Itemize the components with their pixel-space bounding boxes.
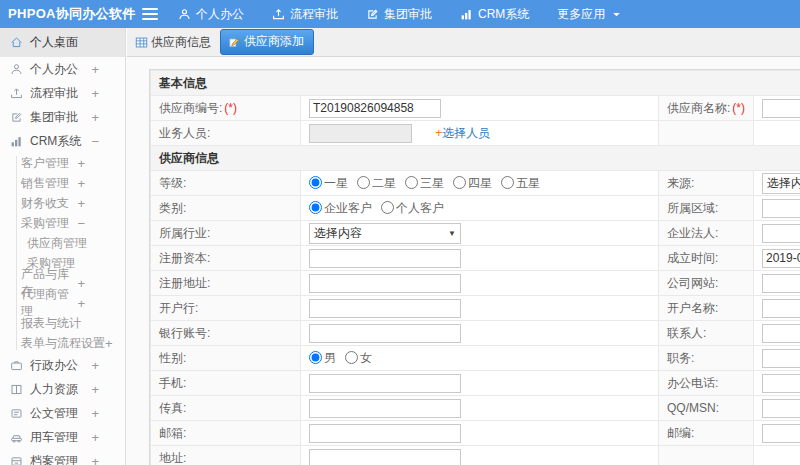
sidebar-item-vehicle-management[interactable]: 用车管理 + — [0, 425, 125, 449]
expand-toggle[interactable]: + — [77, 156, 85, 171]
sidebar-item-sales-management[interactable]: 销售管理 + — [0, 173, 125, 193]
tab-supplier-add[interactable]: 供应商添加 — [220, 29, 314, 55]
top-menu-more-apps[interactable]: 更多应用 — [557, 6, 623, 23]
registered-capital-input[interactable] — [309, 249, 461, 268]
category-radio — [381, 201, 394, 214]
hamburger-menu-icon[interactable] — [142, 5, 158, 23]
top-menu-crm-system[interactable]: CRM系统 — [460, 6, 529, 23]
email-label: 邮箱: — [151, 421, 301, 446]
sidebar-item-label: 流程审批 — [30, 85, 78, 102]
account-name-input[interactable] — [762, 299, 800, 318]
source-label: 来源: — [659, 171, 754, 196]
bank-account-label: 银行账号: — [151, 321, 301, 346]
account-name-label: 开户名称: — [659, 296, 754, 321]
bank-account-input[interactable] — [309, 324, 461, 343]
sidebar-item-crm-system[interactable]: CRM系统 − — [0, 129, 125, 153]
archive-icon — [10, 455, 23, 465]
sidebar-item-label: 表单与流程设置 — [21, 335, 105, 352]
sidebar-item-personal-desktop[interactable]: 个人桌面 — [0, 28, 125, 57]
sidebar-item-human-resources[interactable]: 人力资源 + — [0, 377, 125, 401]
top-menu-workflow-approval[interactable]: 流程审批 — [272, 6, 338, 23]
business-person-input[interactable] — [309, 124, 412, 143]
sidebar-item-personal-office[interactable]: 个人办公 + — [0, 57, 125, 81]
email-input[interactable] — [309, 424, 461, 443]
mobile-input[interactable] — [309, 374, 461, 393]
level-radio — [357, 176, 370, 189]
sidebar-item-label: 采购管理 — [21, 215, 69, 232]
registered-address-input[interactable] — [309, 274, 461, 293]
tab-label: 供应商添加 — [244, 33, 304, 50]
office-phone-input[interactable] — [762, 374, 800, 393]
sidebar-item-label: 供应商管理 — [27, 235, 87, 252]
expand-toggle[interactable]: + — [77, 196, 85, 211]
registered-capital-label: 注册资本: — [151, 246, 301, 271]
sidebar-item-archive-management[interactable]: 档案管理 + — [0, 449, 125, 465]
expand-toggle[interactable]: + — [91, 62, 99, 77]
expand-toggle[interactable]: + — [77, 296, 85, 311]
top-menu-personal-office[interactable]: 个人办公 — [178, 6, 244, 23]
sidebar-item-official-documents[interactable]: 公文管理 + — [0, 401, 125, 425]
sidebar-item-label: 报表与统计 — [21, 315, 81, 332]
sidebar-item-workflow-approval[interactable]: 流程审批 + — [0, 81, 125, 105]
legal-person-input[interactable] — [762, 224, 800, 243]
level-radio — [309, 176, 322, 189]
bank-input[interactable] — [309, 299, 461, 318]
collapse-toggle[interactable]: − — [77, 216, 85, 231]
sidebar-item-purchase-management[interactable]: 采购管理 − — [0, 213, 125, 233]
sidebar-item-form-workflow-settings[interactable]: 表单与流程设置 + — [0, 333, 125, 353]
supplier-name-input[interactable] — [762, 99, 800, 118]
edit-icon — [366, 8, 379, 21]
expand-toggle[interactable]: + — [91, 110, 99, 125]
expand-toggle[interactable]: + — [91, 86, 99, 101]
sidebar-item-finance[interactable]: 财务收支 + — [0, 193, 125, 213]
sidebar-item-administration[interactable]: 行政办公 + — [0, 353, 125, 377]
expand-toggle[interactable]: + — [91, 430, 99, 445]
table-row: 开户行: 开户名称: — [151, 296, 800, 321]
fax-input[interactable] — [309, 399, 461, 418]
main-content: 供应商信息 供应商添加 基本信息 供应商编号:(*) 供应商名称:(*) 业务人… — [127, 28, 800, 465]
expand-toggle[interactable]: + — [91, 454, 99, 465]
select-person-link[interactable]: +选择人员 — [435, 126, 490, 140]
caret-down-icon — [610, 8, 623, 21]
founding-date-input[interactable] — [762, 249, 800, 268]
sidebar-item-label: 销售管理 — [21, 175, 69, 192]
level-radio — [501, 176, 514, 189]
expand-toggle[interactable]: + — [105, 336, 113, 351]
top-menu-label: 更多应用 — [557, 6, 605, 23]
contact-input[interactable] — [762, 324, 800, 343]
position-input[interactable] — [762, 349, 800, 368]
expand-toggle[interactable]: + — [91, 382, 99, 397]
industry-select[interactable]: 选择内容▼ — [309, 223, 461, 244]
address-input[interactable] — [309, 449, 461, 465]
sidebar-item-customer-management[interactable]: 客户管理 + — [0, 153, 125, 173]
source-select[interactable]: 选择内容▼ — [762, 173, 800, 194]
supplier-name-label: 供应商名称: — [667, 101, 730, 115]
sidebar-item-group-approval[interactable]: 集团审批 + — [0, 105, 125, 129]
region-input[interactable] — [762, 199, 800, 218]
expand-toggle[interactable]: + — [77, 276, 85, 291]
section-header-supplier-info: 供应商信息 — [151, 146, 800, 171]
supplier-add-form: 基本信息 供应商编号:(*) 供应商名称:(*) 业务人员: +选择人员 供应商… — [149, 69, 800, 465]
top-menu-group-approval[interactable]: 集团审批 — [366, 6, 432, 23]
expand-toggle[interactable]: + — [77, 176, 85, 191]
section-header-basic-info: 基本信息 — [151, 71, 800, 96]
category-radio-group: 企业客户个人客户 — [301, 196, 659, 221]
sidebar-item-supplier-management[interactable]: 供应商管理 — [0, 233, 125, 253]
expand-toggle[interactable]: + — [91, 358, 99, 373]
supplier-code-input[interactable] — [309, 99, 441, 118]
sidebar-item-reports-statistics[interactable]: 报表与统计 — [0, 313, 125, 333]
top-menu-label: 集团审批 — [384, 6, 432, 23]
topbar: PHPOA协同办公软件 个人办公 流程审批 集团审批 CRM系统 更多应用 — [0, 0, 800, 28]
qq-msn-input[interactable] — [762, 399, 800, 418]
user-icon — [178, 8, 191, 21]
table-row: 等级: 一星二星三星四星五星 来源: 选择内容▼ — [151, 171, 800, 196]
postcode-input[interactable] — [762, 424, 800, 443]
collapse-toggle[interactable]: − — [91, 134, 99, 149]
sidebar-item-label: 客户管理 — [21, 155, 69, 172]
expand-toggle[interactable]: + — [91, 406, 99, 421]
sidebar-item-agent-management[interactable]: 代理商管理 + — [0, 293, 125, 313]
app-logo: PHPOA协同办公软件 — [0, 5, 128, 23]
tab-supplier-list[interactable]: 供应商信息 — [135, 34, 211, 51]
website-input[interactable] — [762, 274, 800, 293]
table-row: 注册地址: 公司网站: — [151, 271, 800, 296]
